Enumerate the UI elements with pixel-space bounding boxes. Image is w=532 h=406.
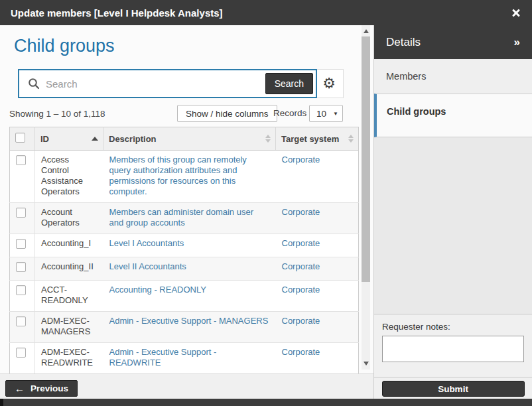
requester-notes-label: Requester notes: (382, 322, 524, 332)
details-header: Details » (374, 25, 532, 59)
table-toolbar: Showing 1 – 10 of 1,118 Show / hide colu… (9, 105, 364, 123)
requester-notes-input[interactable] (382, 336, 524, 362)
requester-notes-section: Requester notes: (374, 314, 532, 377)
sort-icon (265, 135, 271, 143)
table-row: Access Control Assistance Operators Memb… (10, 151, 359, 203)
row-description-link[interactable]: Admin - Executive Support - MANAGERS (109, 316, 269, 326)
select-all-checkbox[interactable] (15, 133, 25, 143)
records-label: Records (273, 105, 306, 122)
row-description-link[interactable]: Accounting - READONLY (109, 285, 206, 295)
details-sidebar: Details » Members Child groups Requester… (373, 25, 532, 399)
child-groups-table: ID Description Target system Access Cont… (9, 127, 359, 373)
update-members-modal: Update members [Level I Helpdesk Analyst… (0, 0, 532, 406)
submit-area: Submit (374, 377, 532, 399)
row-description-link[interactable]: Admin - Executive Support - READWRITE (109, 347, 217, 368)
table-row: Account Operators Members can administer… (10, 203, 359, 234)
search-icon (28, 78, 40, 90)
showing-count: Showing 1 – 10 of 1,118 (9, 109, 105, 119)
row-id: ADM-EXEC-READWRITE (41, 347, 93, 368)
table-row: Accounting_I Level I Accountants Corpora… (10, 234, 359, 257)
row-target-link[interactable]: Corporate (282, 285, 320, 295)
row-target-link[interactable]: Corporate (282, 316, 320, 326)
table-body: Access Control Assistance Operators Memb… (10, 151, 359, 374)
row-checkbox[interactable] (16, 262, 26, 272)
page-title: Child groups (14, 36, 373, 56)
row-target-link[interactable]: Corporate (282, 261, 320, 271)
row-checkbox[interactable] (16, 155, 26, 165)
row-id: Account Operators (41, 207, 80, 228)
search-button[interactable]: Search (265, 73, 313, 94)
table-row: Accounting_II Level II Accountants Corpo… (10, 257, 359, 281)
row-checkbox[interactable] (16, 285, 26, 295)
vertical-scrollbar[interactable] (362, 25, 370, 370)
table-row: ADM-EXEC-READWRITE Admin - Executive Sup… (10, 343, 359, 374)
chevron-down-icon: ▼ (333, 111, 338, 117)
row-id: Accounting_I (41, 238, 91, 248)
row-checkbox[interactable] (16, 239, 26, 249)
search-panel: Search ⚙ (18, 69, 344, 98)
row-description-link[interactable]: Level I Accountants (109, 238, 184, 248)
modal-title: Update members [Level I Helpdesk Analyst… (11, 7, 223, 19)
row-id: ACCT-READONLY (41, 285, 88, 305)
row-checkbox[interactable] (16, 316, 26, 326)
sidebar-item-members[interactable]: Members (374, 59, 532, 94)
select-all-cell (10, 127, 35, 151)
table-header-row: ID Description Target system (10, 127, 359, 151)
records-select[interactable]: 10 ▼ (309, 105, 343, 122)
row-id: Accounting_II (41, 261, 94, 271)
sort-icon (348, 135, 354, 143)
gear-icon[interactable]: ⚙ (322, 76, 336, 91)
sidebar-item-child-groups[interactable]: Child groups (374, 94, 532, 137)
search-box: Search (18, 69, 317, 98)
records-value: 10 (316, 109, 326, 119)
scrollbar-thumb[interactable] (362, 36, 370, 282)
sort-ascending-icon (92, 137, 98, 141)
row-checkbox[interactable] (16, 208, 26, 218)
row-id: ADM-EXEC-MANAGERS (41, 316, 90, 336)
row-description-link[interactable]: Level II Accountants (109, 261, 186, 271)
arrow-left-icon: ← (15, 383, 25, 393)
row-target-link[interactable]: Corporate (282, 207, 320, 217)
main-panel: Child groups Search ⚙ Showing 1 – 10 of … (0, 25, 373, 373)
row-target-link[interactable]: Corporate (282, 347, 320, 357)
page-background-strip (0, 399, 532, 406)
previous-button[interactable]: ← Previous (5, 380, 78, 397)
details-title: Details (386, 36, 421, 49)
row-target-link[interactable]: Corporate (282, 238, 320, 248)
footer-bar: ← Previous (0, 373, 373, 399)
submit-button[interactable]: Submit (382, 381, 525, 397)
row-id: Access Control Assistance Operators (41, 155, 83, 196)
table-row: ACCT-READONLY Accounting - READONLY Corp… (10, 281, 359, 312)
table-row: ADM-EXEC-MANAGERS Admin - Executive Supp… (10, 312, 359, 343)
row-target-link[interactable]: Corporate (282, 155, 320, 165)
search-settings-zone: ⚙ (315, 70, 343, 98)
show-hide-columns-button[interactable]: Show / hide columns (177, 105, 277, 122)
scroll-down-icon[interactable] (364, 362, 369, 366)
column-header-description[interactable]: Description (103, 127, 276, 151)
scroll-up-icon[interactable] (364, 29, 369, 33)
row-description-link[interactable]: Members of this group can remotely query… (109, 155, 247, 196)
close-icon[interactable] (511, 7, 521, 18)
column-header-id[interactable]: ID (35, 127, 103, 151)
column-header-target-system[interactable]: Target system (276, 127, 359, 151)
row-checkbox[interactable] (16, 348, 26, 358)
sidebar-spacer (374, 137, 532, 314)
collapse-panel-icon[interactable]: » (514, 36, 520, 49)
modal-header: Update members [Level I Helpdesk Analyst… (0, 0, 532, 25)
row-description-link[interactable]: Members can administer domain user and g… (109, 207, 253, 228)
